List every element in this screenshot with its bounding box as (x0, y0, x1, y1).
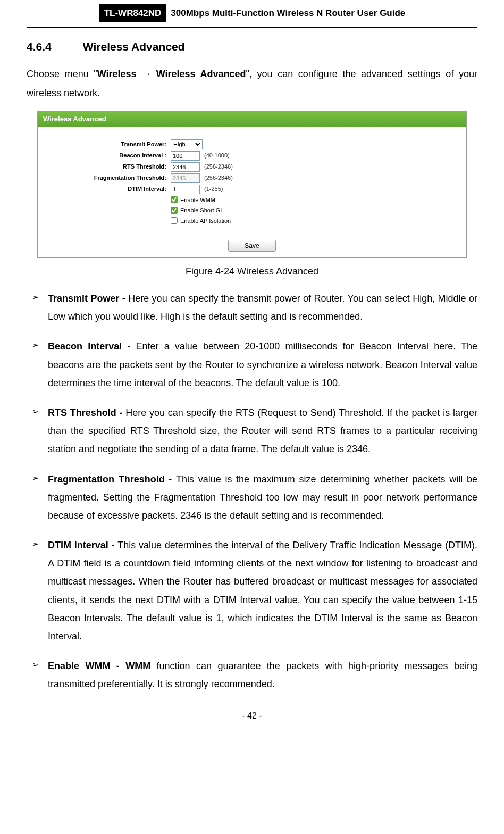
dtim-interval-input[interactable] (171, 185, 200, 194)
beacon-interval-label: Beacon Interval : (38, 151, 171, 160)
enable-wmm-label: Enable WMM (180, 196, 215, 205)
page-number: - 42 - (27, 710, 477, 733)
enable-short-gi-row: Enable Short GI (38, 206, 466, 215)
list-item: DTIM Interval - This value determines th… (27, 536, 477, 645)
page-header: TL-WR842ND 300Mbps Multi-Function Wirele… (27, 0, 477, 28)
rts-threshold-row: RTS Threshold: (256-2346) (38, 162, 466, 172)
bullet-text: This value determines the interval of th… (48, 540, 477, 641)
rts-threshold-hint: (256-2346) (204, 162, 233, 171)
frag-threshold-row: Fragmentation Threshold: (256-2346) (38, 173, 466, 183)
section-heading: 4.6.4 Wireless Advanced (27, 38, 477, 55)
section-title: Wireless Advanced (83, 40, 185, 53)
transmit-power-label: Transmit Power: (38, 140, 171, 149)
enable-short-gi-label: Enable Short GI (180, 206, 222, 215)
bullet-label: DTIM Interval - (48, 540, 117, 551)
save-row: Save (38, 232, 466, 257)
transmit-power-row: Transmit Power: High (38, 139, 466, 149)
intro-paragraph: Choose menu "Wireless → Wireless Advance… (27, 64, 477, 103)
list-item: Enable WMM - WMM function can guarantee … (27, 657, 477, 693)
bullet-label: RTS Threshold - (48, 407, 125, 418)
list-item: Beacon Interval - Enter a value between … (27, 337, 477, 392)
form-block: Transmit Power: High Beacon Interval : (… (38, 127, 466, 233)
frag-threshold-label: Fragmentation Threshold: (38, 173, 171, 182)
frag-threshold-input[interactable] (171, 173, 200, 183)
list-item: RTS Threshold - Here you can specify the… (27, 404, 477, 458)
beacon-interval-row: Beacon Interval : (40-1000) (38, 151, 466, 161)
bullet-label: Beacon Interval - (48, 341, 136, 352)
description-list: Transmit Power - Here you can specify th… (27, 289, 477, 694)
bullet-label: Fragmentation Threshold - (48, 474, 176, 485)
enable-ap-isolation-checkbox[interactable] (171, 217, 178, 224)
dtim-interval-label: DTIM Interval: (38, 185, 171, 194)
save-button[interactable]: Save (228, 240, 275, 252)
rts-threshold-input[interactable] (171, 162, 200, 172)
frag-threshold-hint: (256-2346) (204, 173, 233, 182)
transmit-power-select[interactable]: High (171, 139, 203, 149)
model-badge: TL-WR842ND (99, 4, 167, 22)
panel-header: Wireless Advanced (38, 111, 466, 127)
enable-short-gi-checkbox[interactable] (171, 207, 178, 214)
list-item: Fragmentation Threshold - This value is … (27, 470, 477, 525)
dtim-interval-hint: (1-255) (204, 185, 223, 194)
bullet-label: Transmit Power - (48, 293, 128, 304)
enable-ap-isolation-row: Enable AP Isolation (38, 216, 466, 226)
wireless-advanced-panel: Wireless Advanced Transmit Power: High B… (37, 111, 467, 258)
bullet-label: Enable WMM - WMM (48, 661, 157, 671)
enable-wmm-checkbox[interactable] (171, 196, 178, 203)
figure-caption: Figure 4-24 Wireless Advanced (27, 264, 477, 279)
dtim-interval-row: DTIM Interval: (1-255) (38, 185, 466, 194)
beacon-interval-hint: (40-1000) (204, 151, 230, 160)
beacon-interval-input[interactable] (171, 151, 200, 161)
enable-ap-isolation-label: Enable AP Isolation (180, 216, 231, 226)
section-number: 4.6.4 (27, 38, 80, 55)
guide-title: 300Mbps Multi-Function Wireless N Router… (166, 6, 405, 20)
intro-prefix: Choose menu " (27, 69, 97, 79)
rts-threshold-label: RTS Threshold: (38, 162, 171, 171)
intro-menu-path: Wireless → Wireless Advanced (97, 69, 246, 79)
list-item: Transmit Power - Here you can specify th… (27, 289, 477, 326)
enable-wmm-row: Enable WMM (38, 196, 466, 205)
